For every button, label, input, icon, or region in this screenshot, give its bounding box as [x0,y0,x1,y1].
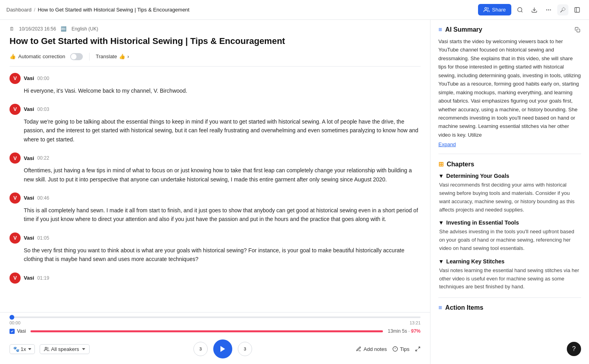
translate-emoji: 👍 [119,53,125,59]
transcript-scroll[interactable]: V Vasi 00:00 Hi everyone, it's Vasi. Wel… [0,67,430,312]
speaker-chevron [82,348,85,350]
share-button[interactable]: Share [478,4,511,15]
svg-point-4 [548,9,549,10]
autocorrect-control[interactable]: 👍 Automatic correction [10,53,83,60]
chapter-desc-1: She advises investing in the tools you'l… [438,228,581,252]
sidebar-toggle-button[interactable] [572,4,583,15]
chapter-name-1[interactable]: ▼ Investing in Essential Tools [438,219,581,226]
translate-link[interactable]: Translate 👍 › [96,53,129,59]
speaker-name-4: Vasi [24,235,34,241]
transcript-entry-2: V Vasi 00:22 Oftentimes, just having a f… [10,152,421,184]
chapter-item-1: ▼ Investing in Essential Tools She advis… [438,219,581,252]
transcript-text-0: Hi everyone, it's Vasi. Welcome back to … [10,86,421,95]
magic-icon [560,7,566,13]
chapters-section: ⊞ Chapters ▼ Determining Your Goals Vasi… [438,160,581,291]
breadcrumb-home[interactable]: Dashboard [6,7,32,13]
magic-button[interactable] [557,4,568,15]
svg-point-1 [518,8,522,12]
track-pct: 97% [411,328,421,334]
doc-meta: 🗓 10/16/2023 16:56 🔤 English (UK) [10,26,421,32]
autocorrect-toggle[interactable] [70,53,83,60]
player-right: Add notes Tips [356,346,421,352]
breadcrumb-current: How to Get Started with Historical Sewin… [38,7,189,13]
speaker-name-5: Vasi [24,275,34,281]
chapter-name-0[interactable]: ▼ Determining Your Goals [438,173,581,179]
search-button[interactable] [514,4,526,15]
speaker-track-left: Vasi [10,328,26,334]
track-stats: 13min 5s · 97% [388,328,421,334]
more-icon [545,7,552,13]
speed-button[interactable]: 🐾 1x [10,344,35,354]
chapter-label-2: Learning Key Stitches [446,258,505,265]
time-current: 00:00 [10,320,21,325]
skip-back-button[interactable]: 3 [193,342,208,356]
download-button[interactable] [529,4,540,15]
bottom-area: 00:00 13:21 Vasi 13min 5s · 97% [0,312,430,364]
translate-label: Translate [96,53,117,59]
timestamp-1: 00:03 [37,107,49,112]
breadcrumb: Dashboard / How to Get Started with Hist… [6,7,189,13]
timestamp-0: 00:00 [37,76,49,81]
transcript-entry-5: V Vasi 01:19 [10,273,421,284]
svg-point-5 [550,9,551,10]
right-panel: ≡ AI Summary Vasi starts the video by we… [430,20,589,364]
speaker-name-3: Vasi [24,195,34,201]
chapter-arrow-0: ▼ [438,173,444,179]
chapters-label: Chapters [447,161,474,168]
ai-summary-options[interactable] [574,26,581,33]
skip-forward-button[interactable]: 3 [238,342,252,356]
avatar-2: V [10,152,21,164]
tips-button[interactable]: Tips [392,346,409,352]
skip-back-label: 3 [199,347,202,351]
speaker-checkbox[interactable] [10,329,15,334]
transcript-header: 🗓 10/16/2023 16:56 🔤 English (UK) How to… [0,20,430,67]
chapters-title: ⊞ Chapters [438,160,581,168]
progress-track[interactable] [10,316,421,318]
fullscreen-button[interactable] [415,346,421,352]
breadcrumb-separator: / [34,7,36,13]
speed-chevron [28,348,31,350]
autocorrect-label: Automatic correction [18,53,65,59]
svg-line-14 [416,349,417,351]
avatar-3: V [10,192,21,204]
play-button[interactable] [213,339,232,358]
speaker-filter-button[interactable]: All speakers [40,344,90,354]
timestamp-2: 00:22 [37,155,49,161]
skip-forward-label: 3 [244,347,246,351]
timestamp-4: 01:05 [37,235,49,241]
speaker-row-3: V Vasi 00:46 [10,192,421,204]
time-row: 00:00 13:21 [10,320,421,325]
chapter-item-0: ▼ Determining Your Goals Vasi recommends… [438,173,581,214]
summary-text: Vasi starts the video by welcoming viewe… [438,37,581,139]
doc-lang-icon: 🔤 [61,26,67,32]
speaker-filter-icon [44,347,49,352]
speaker-name-1: Vasi [24,106,34,112]
search-icon [517,7,523,13]
avatar-4: V [10,233,21,244]
transcript-entry-4: V Vasi 01:05 So the very first thing you… [10,233,421,264]
autocorrect-emoji: 👍 [10,53,16,59]
progress-dot [10,315,14,320]
svg-point-8 [45,347,46,349]
player-controls: 🐾 1x All speakers 3 [0,336,430,364]
transcript-entry-3: V Vasi 00:46 This is all completely hand… [10,192,421,224]
add-notes-label: Add notes [363,346,387,352]
speaker-row-0: V Vasi 00:00 [10,73,421,84]
action-items-icon: ≡ [438,304,442,311]
chapter-desc-0: Vasi recommends first deciding your aims… [438,181,581,214]
expand-link[interactable]: Expand [438,141,581,147]
tips-icon [392,346,398,352]
sidebar-icon [574,7,580,13]
doc-date: 10/16/2023 16:56 [19,26,56,32]
avatar-1: V [10,104,21,115]
chapter-name-2[interactable]: ▼ Learning Key Stitches [438,258,581,265]
translate-chevron: › [127,53,129,59]
doc-date-icon: 🗓 [10,26,14,32]
add-notes-button[interactable]: Add notes [356,346,387,352]
avatar-5: V [10,273,21,284]
download-icon [531,7,537,13]
speaker-name-2: Vasi [24,155,34,161]
copy-icon [575,27,580,32]
help-button[interactable]: ? [567,342,581,356]
more-button[interactable] [543,4,554,15]
